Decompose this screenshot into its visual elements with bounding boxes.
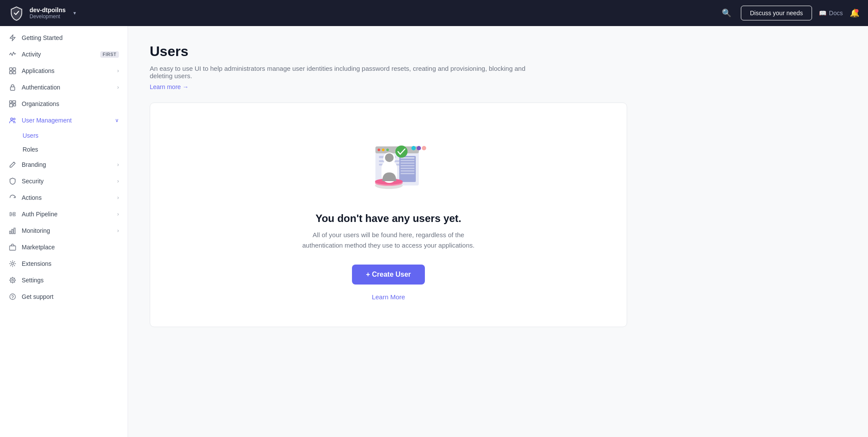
main-content: Users An easy to use UI to help administ… bbox=[128, 26, 868, 437]
sidebar-item-activity[interactable]: Activity FIRST bbox=[0, 46, 128, 63]
sidebar-item-marketplace[interactable]: Marketplace bbox=[0, 239, 128, 255]
notifications-button[interactable]: 🔔 bbox=[850, 8, 859, 18]
sidebar-item-label: Get support bbox=[22, 293, 119, 300]
grid-icon bbox=[9, 100, 16, 108]
empty-state-title: You don't have any users yet. bbox=[316, 212, 461, 225]
sidebar-item-label: Authentication bbox=[22, 84, 112, 91]
svg-rect-32 bbox=[401, 165, 414, 166]
sidebar-item-applications[interactable]: Applications › bbox=[0, 63, 128, 79]
docs-button[interactable]: 📖 Docs bbox=[819, 10, 843, 17]
search-button[interactable]: 🔍 bbox=[719, 6, 734, 20]
learn-more-link[interactable]: Learn more → bbox=[150, 83, 188, 90]
svg-rect-11 bbox=[10, 231, 11, 234]
svg-point-45 bbox=[422, 146, 426, 150]
help-icon bbox=[9, 293, 16, 301]
svg-point-10 bbox=[13, 118, 15, 120]
sub-item-label: Roles bbox=[23, 146, 38, 153]
svg-point-23 bbox=[382, 149, 385, 151]
svg-rect-1 bbox=[13, 68, 16, 70]
sidebar-item-label: Organizations bbox=[22, 100, 119, 107]
tenant-info[interactable]: dev-dtpoilns Development bbox=[30, 7, 66, 20]
layout: Getting Started Activity FIRST Applicati… bbox=[0, 26, 868, 437]
sidebar-item-settings[interactable]: Settings bbox=[0, 272, 128, 288]
sidebar-item-label: Branding bbox=[22, 161, 112, 168]
page-title: Users bbox=[150, 43, 846, 60]
svg-rect-30 bbox=[401, 160, 414, 161]
lightning-icon bbox=[9, 34, 16, 42]
sidebar-item-label: User Management bbox=[22, 117, 110, 124]
svg-rect-35 bbox=[401, 173, 414, 174]
svg-rect-13 bbox=[14, 228, 15, 234]
sidebar-item-organizations[interactable]: Organizations bbox=[0, 96, 128, 112]
bar-chart-icon bbox=[9, 227, 16, 235]
sidebar-item-label: Settings bbox=[22, 277, 119, 284]
sidebar-item-label: Actions bbox=[22, 194, 112, 201]
sidebar-item-security[interactable]: Security › bbox=[0, 173, 128, 189]
header: dev-dtpoilns Development ▾ 🔍 Discuss you… bbox=[0, 0, 868, 26]
sidebar-item-authentication[interactable]: Authentication › bbox=[0, 79, 128, 96]
svg-rect-4 bbox=[10, 87, 15, 90]
first-badge: FIRST bbox=[100, 51, 119, 58]
page-description: An easy to use UI to help administrators… bbox=[150, 65, 540, 79]
svg-point-18 bbox=[10, 294, 16, 300]
svg-rect-14 bbox=[10, 246, 16, 250]
sidebar-sub-item-roles[interactable]: Roles bbox=[0, 142, 128, 156]
chevron-right-icon: › bbox=[117, 195, 119, 201]
pipeline-icon bbox=[9, 210, 16, 218]
svg-rect-12 bbox=[12, 229, 13, 234]
sidebar-item-label: Monitoring bbox=[22, 227, 112, 234]
sidebar-item-user-management[interactable]: User Management ∨ bbox=[0, 112, 128, 129]
logo-area: dev-dtpoilns Development ▾ bbox=[9, 5, 76, 21]
sidebar-item-monitoring[interactable]: Monitoring › bbox=[0, 222, 128, 239]
sidebar-sub-item-users[interactable]: Users bbox=[0, 129, 128, 142]
empty-illustration bbox=[349, 129, 427, 199]
users-illustration bbox=[349, 129, 427, 199]
svg-point-22 bbox=[378, 149, 380, 151]
chevron-right-icon: › bbox=[117, 228, 119, 234]
create-user-button[interactable]: + Create User bbox=[352, 265, 425, 285]
svg-rect-5 bbox=[10, 101, 12, 103]
sidebar-item-label: Marketplace bbox=[22, 244, 119, 251]
svg-point-17 bbox=[10, 278, 15, 283]
header-actions: 🔍 Discuss your needs 📖 Docs 🔔 bbox=[719, 6, 859, 20]
sidebar-item-actions[interactable]: Actions › bbox=[0, 189, 128, 206]
sidebar-item-auth-pipeline[interactable]: Auth Pipeline › bbox=[0, 206, 128, 222]
sidebar-item-extensions[interactable]: Extensions bbox=[0, 255, 128, 272]
svg-rect-3 bbox=[13, 71, 16, 74]
svg-rect-31 bbox=[401, 162, 414, 164]
sidebar-item-label: Activity bbox=[22, 51, 95, 58]
pen-icon bbox=[9, 161, 16, 169]
sub-item-label: Users bbox=[23, 132, 39, 139]
learn-more-button[interactable]: Learn More bbox=[372, 293, 405, 301]
empty-state-subtitle: All of your users will be found here, re… bbox=[297, 230, 480, 251]
svg-rect-33 bbox=[401, 168, 414, 169]
sidebar-item-label: Auth Pipeline bbox=[22, 211, 112, 218]
svg-point-42 bbox=[395, 146, 408, 158]
sidebar-item-get-support[interactable]: Get support bbox=[0, 288, 128, 305]
chevron-right-icon: › bbox=[117, 178, 119, 184]
chevron-down-icon: ∨ bbox=[115, 117, 119, 123]
chevron-right-icon: › bbox=[117, 84, 119, 90]
sidebar-item-getting-started[interactable]: Getting Started bbox=[0, 30, 128, 46]
chevron-right-icon: › bbox=[117, 162, 119, 168]
activity-icon bbox=[9, 50, 16, 58]
svg-rect-0 bbox=[10, 68, 12, 70]
discuss-needs-button[interactable]: Discuss your needs bbox=[741, 6, 812, 20]
marketplace-icon bbox=[9, 243, 16, 251]
sidebar-item-label: Getting Started bbox=[22, 34, 119, 41]
svg-rect-2 bbox=[10, 71, 12, 74]
search-icon: 🔍 bbox=[722, 9, 731, 17]
tenant-env: Development bbox=[30, 13, 66, 20]
shield-icon bbox=[9, 177, 16, 185]
svg-rect-7 bbox=[10, 104, 13, 107]
svg-point-41 bbox=[385, 153, 394, 162]
chevron-right-icon: › bbox=[117, 211, 119, 217]
sidebar-item-label: Extensions bbox=[22, 260, 119, 267]
sidebar-item-label: Applications bbox=[22, 67, 112, 74]
svg-point-43 bbox=[411, 146, 416, 150]
logo-shield-icon bbox=[9, 5, 24, 21]
sidebar-item-branding[interactable]: Branding › bbox=[0, 156, 128, 173]
svg-point-16 bbox=[12, 279, 13, 281]
notification-dot bbox=[855, 9, 858, 13]
book-icon: 📖 bbox=[819, 10, 826, 17]
